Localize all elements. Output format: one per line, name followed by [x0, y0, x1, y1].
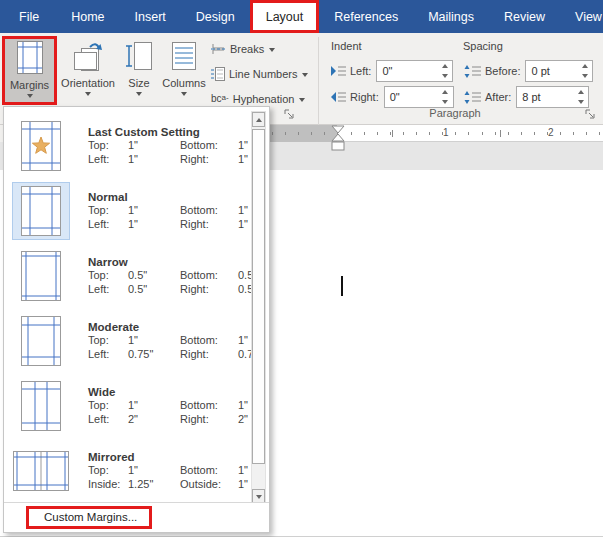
orientation-icon — [73, 40, 103, 74]
paragraph-dialog-launcher-icon[interactable] — [585, 106, 597, 118]
scrollbar-thumb[interactable] — [252, 129, 265, 464]
margin-preview-moderate-icon — [12, 312, 70, 370]
tab-home[interactable]: Home — [56, 0, 119, 33]
tab-file[interactable]: File — [0, 0, 56, 33]
size-icon — [126, 40, 152, 74]
spacing-before-stepper[interactable] — [578, 61, 591, 81]
spacing-after-input[interactable]: 8 pt — [516, 86, 589, 108]
menu-scrollbar[interactable] — [251, 111, 266, 505]
columns-label: Columns — [162, 77, 205, 89]
tab-layout[interactable]: Layout — [250, 0, 320, 33]
chevron-down-icon — [27, 94, 33, 98]
breaks-button[interactable]: Breaks — [211, 40, 275, 58]
tab-mailings[interactable]: Mailings — [413, 0, 489, 33]
columns-icon — [171, 40, 197, 74]
orientation-label: Orientation — [61, 77, 115, 89]
menu-item-mirrored[interactable]: Mirrored Top:1"Bottom:1" Inside:1.25"Out… — [4, 438, 250, 503]
spacing-before-input[interactable]: 0 pt — [525, 60, 593, 82]
tab-references[interactable]: References — [319, 0, 413, 33]
menu-item-moderate[interactable]: Moderate Top:1"Bottom:1" Left:0.75"Right… — [4, 308, 250, 373]
menu-item-last-custom-setting[interactable]: Last Custom Setting Top:1"Bottom:1" Left… — [4, 113, 250, 178]
ruler-half-mark — [500, 130, 501, 137]
paragraph-group-label: Paragraph — [322, 107, 588, 119]
ruler-half-mark — [392, 130, 393, 137]
margins-icon — [17, 41, 43, 76]
indent-left-input[interactable]: 0" — [376, 60, 453, 82]
menu-item-narrow[interactable]: Narrow Top:0.5"Bottom:0.5" Left:0.5"Righ… — [4, 243, 250, 308]
spacing-before-label: Before: — [485, 65, 520, 77]
line-numbers-icon — [211, 67, 225, 81]
chevron-down-icon — [302, 73, 308, 77]
menu-item-name: Wide — [88, 386, 272, 398]
size-button[interactable]: Size — [120, 36, 158, 105]
margins-menu-list: Last Custom Setting Top:1"Bottom:1" Left… — [4, 113, 250, 503]
horizontal-ruler[interactable]: 1 2 — [270, 125, 603, 142]
margins-button[interactable]: Margins — [2, 36, 57, 105]
chevron-down-icon — [85, 92, 91, 96]
chevron-down-icon — [269, 48, 275, 52]
menu-footer: Custom Margins... — [4, 502, 269, 532]
indent-right-stepper[interactable] — [439, 87, 452, 107]
margin-preview-normal-icon — [12, 182, 70, 240]
margins-label: Margins — [10, 79, 49, 91]
menu-item-name: Last Custom Setting — [88, 126, 272, 138]
custom-margins-button[interactable]: Custom Margins... — [26, 506, 152, 529]
size-label: Size — [128, 77, 149, 89]
line-numbers-label: Line Numbers — [229, 68, 297, 80]
scroll-up-icon[interactable] — [252, 112, 265, 127]
indent-left-label: Left: — [350, 65, 371, 77]
line-numbers-button[interactable]: Line Numbers — [211, 65, 308, 83]
chevron-down-icon — [136, 92, 142, 96]
indent-heading: Indent — [331, 40, 362, 52]
chevron-down-icon — [181, 92, 187, 96]
menu-item-normal[interactable]: Normal Top:1"Bottom:1" Left:1"Right:1" — [4, 178, 250, 243]
hyphenation-label: Hyphenation — [233, 93, 295, 105]
spacing-before-icon — [464, 65, 481, 78]
text-cursor — [341, 276, 343, 296]
spacing-after-icon — [464, 91, 481, 104]
tab-insert[interactable]: Insert — [120, 0, 181, 33]
hyphenation-icon: bca- — [211, 94, 229, 104]
margin-preview-narrow-icon — [12, 247, 70, 305]
indent-right-label: Right: — [350, 91, 379, 103]
margins-dropdown-menu: Last Custom Setting Top:1"Bottom:1" Left… — [3, 106, 270, 533]
ribbon-tab-bar: File Home Insert Design Layout Reference… — [0, 0, 603, 33]
margin-preview-star-icon — [12, 117, 70, 175]
indent-right-icon — [330, 91, 346, 103]
margin-preview-mirrored-icon — [12, 442, 70, 500]
word-window: File Home Insert Design Layout Reference… — [0, 0, 603, 537]
orientation-button[interactable]: Orientation — [60, 36, 116, 105]
menu-item-wide[interactable]: Wide Top:1"Bottom:1" Left:2"Right:2" — [4, 373, 250, 438]
indent-left-stepper[interactable] — [438, 61, 451, 81]
indent-right-input[interactable]: 0" — [384, 86, 454, 108]
spacing-after-stepper[interactable] — [574, 87, 587, 107]
page-break-icon — [211, 43, 226, 55]
indent-markers[interactable] — [331, 125, 345, 157]
spacing-heading: Spacing — [463, 40, 503, 52]
tab-design[interactable]: Design — [181, 0, 250, 33]
menu-item-name: Mirrored — [88, 451, 272, 463]
menu-item-name: Normal — [88, 191, 272, 203]
tab-view[interactable]: View — [560, 0, 603, 33]
menu-item-name: Moderate — [88, 321, 272, 333]
page-setup-dialog-launcher-icon[interactable] — [284, 106, 296, 118]
ruler-mark-2: 2 — [548, 127, 554, 138]
spacing-after-label: After: — [485, 91, 511, 103]
tab-review[interactable]: Review — [489, 0, 560, 33]
breaks-label: Breaks — [230, 43, 264, 55]
indent-left-icon — [330, 65, 346, 77]
chevron-down-icon — [299, 98, 305, 102]
menu-item-name: Narrow — [88, 256, 272, 268]
margin-preview-wide-icon — [12, 377, 70, 435]
columns-button[interactable]: Columns — [160, 36, 208, 105]
ruler-mark-1: 1 — [443, 127, 449, 138]
